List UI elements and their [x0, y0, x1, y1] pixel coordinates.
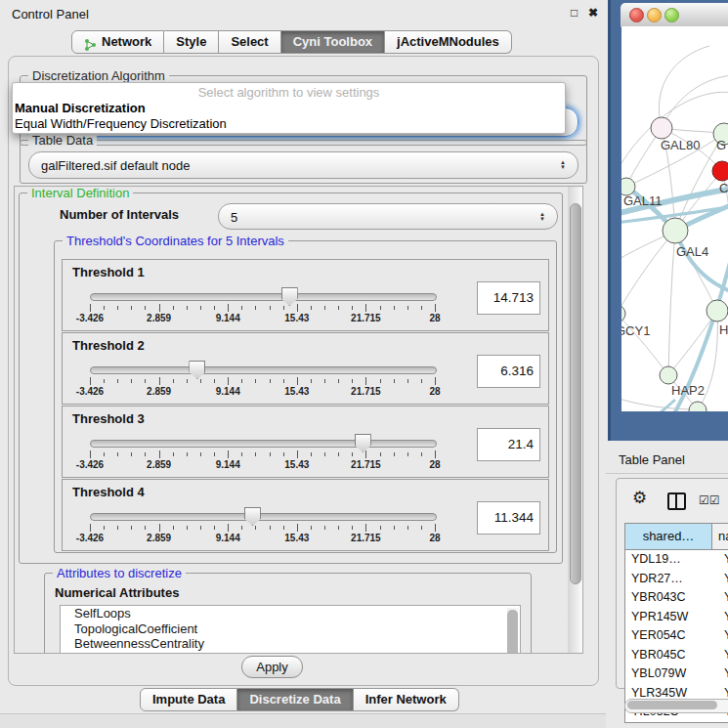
cell-name[interactable]: YPR1 — [718, 608, 728, 627]
node-label: G — [716, 138, 726, 152]
group-title: Interval Definition — [27, 186, 133, 200]
tick-label: -3.426 — [76, 533, 104, 543]
slider-track[interactable] — [90, 366, 437, 374]
tab-label: jActiveMNodules — [397, 31, 499, 53]
tab-jactivemnodules[interactable]: jActiveMNodules — [385, 30, 512, 54]
tick-label: 21.715 — [351, 313, 381, 323]
tick-label: 21.715 — [351, 533, 381, 543]
threshold-3-slider[interactable]: -3.4262.8599.14415.4321.71528 — [90, 438, 435, 473]
network-window-titlebar[interactable] — [621, 3, 728, 27]
cell-name[interactable]: YER0 — [718, 626, 728, 646]
threshold-4-slider[interactable]: -3.4262.8599.14415.4321.71528 — [90, 511, 435, 546]
attribute-list-item[interactable]: BetweennessCentrality — [61, 636, 520, 652]
cell-shared-name[interactable]: YBR045C — [625, 646, 718, 665]
slider-ticks — [90, 450, 435, 459]
group-title: Attributes to discretize — [53, 566, 186, 580]
minimize-traffic-light-icon[interactable] — [647, 8, 662, 22]
algorithm-dropdown-popup: Select algorithm to view settings Manual… — [12, 82, 566, 134]
popup-item-manual-discretization[interactable]: Manual Discretization — [13, 101, 565, 116]
list-items: SelfLoopsTopologicalCoefficientBetweenne… — [61, 606, 520, 652]
slider-ticks — [90, 376, 435, 386]
cell-name[interactable]: YBR0 — [718, 646, 728, 665]
close-traffic-light-icon[interactable] — [629, 8, 644, 22]
popup-item-equal-width-frequency[interactable]: Equal Width/Frequency Discretization — [13, 116, 565, 132]
table-panel-inner: ⚙ ☑☑ shared… na YDL19…YDL1YDR27…YDR2YBR0… — [616, 478, 728, 689]
network-icon — [84, 36, 97, 49]
checkbox-icons[interactable]: ☑☑ — [699, 493, 720, 507]
network-node-gcy1[interactable] — [621, 305, 625, 322]
cell-shared-name[interactable]: YER054C — [625, 626, 718, 646]
table-horizontal-scrollbar[interactable] — [624, 699, 728, 713]
cell-shared-name[interactable]: YBL079W — [625, 664, 718, 684]
slider-track[interactable] — [90, 513, 437, 521]
node-label: GAL80 — [661, 138, 700, 152]
cell-shared-name[interactable]: YDL19… — [625, 550, 718, 570]
scrollbar-thumb[interactable] — [507, 610, 518, 654]
column-header-shared-name[interactable]: shared… — [625, 524, 712, 549]
apply-button[interactable]: Apply — [241, 656, 303, 678]
table-row[interactable]: YBL079WYBL0 — [625, 664, 728, 684]
cell-name[interactable]: YDL1 — [718, 550, 728, 570]
float-window-icon[interactable]: □ — [571, 6, 578, 20]
table-row[interactable]: YER054CYER0 — [625, 626, 728, 646]
tab-network[interactable]: Network — [71, 30, 164, 54]
table-row[interactable]: YBR045CYBR0 — [625, 646, 728, 665]
table-panel-title: Table Panel — [619, 452, 685, 467]
network-view-window[interactable]: GAL80GCGAL11GAL4GCY1HHAP2 — [608, 0, 728, 441]
cell-shared-name[interactable]: YDR27… — [625, 570, 718, 589]
cell-name[interactable]: YBR0 — [718, 588, 728, 608]
table-data-group: Table Data galFiltered.sif default node … — [20, 140, 587, 184]
tab-impute-data[interactable]: Impute Data — [140, 688, 237, 711]
network-node-hap2[interactable] — [660, 366, 677, 384]
network-node-c[interactable] — [712, 161, 728, 181]
cell-name[interactable]: YDR2 — [718, 570, 728, 589]
threshold-value-field[interactable]: 6.316 — [477, 355, 540, 388]
tick-label: 28 — [429, 386, 440, 397]
attributes-list-scrollbar[interactable] — [507, 608, 518, 654]
column-header-name[interactable]: na — [712, 524, 728, 549]
network-node-gal4[interactable] — [663, 218, 688, 243]
tab-style[interactable]: Style — [164, 30, 219, 54]
threshold-value-field[interactable]: 11.344 — [477, 501, 540, 535]
cell-shared-name[interactable]: YPR145W — [625, 608, 718, 627]
network-canvas[interactable]: GAL80GCGAL11GAL4GCY1HHAP2 — [621, 26, 728, 411]
tick-label: 21.715 — [351, 386, 381, 397]
cell-name[interactable]: YBL0 — [718, 664, 728, 684]
scrollbar-thumb[interactable] — [627, 701, 717, 709]
attribute-list-item[interactable]: TopologicalCoefficient — [61, 621, 520, 637]
threshold-value-field[interactable]: 14.713 — [477, 281, 540, 315]
threshold-value-field[interactable]: 21.4 — [477, 428, 540, 461]
numerical-attributes-list: SelfLoopsTopologicalCoefficientBetweenne… — [60, 605, 521, 654]
number-of-intervals-combobox[interactable]: 5 ▲▼ — [218, 203, 558, 230]
table-row[interactable]: YBR043CYBR0 — [625, 588, 728, 608]
table-data-combobox[interactable]: galFiltered.sif default node ▲▼ — [28, 151, 578, 179]
settings-vertical-scrollbar[interactable] — [568, 186, 583, 654]
combo-stepper-icon: ▲▼ — [539, 212, 545, 222]
tick-label: 9.144 — [216, 313, 240, 323]
table-row[interactable]: YDL19…YDL1 — [625, 550, 728, 570]
tab-select[interactable]: Select — [219, 30, 280, 54]
table-row[interactable]: YDR27…YDR2 — [625, 570, 728, 589]
threshold-1-box: Threshold 1 -3.4262.8599.14415.4321.7152… — [62, 259, 549, 331]
zoom-traffic-light-icon[interactable] — [664, 8, 679, 22]
table-row[interactable]: YPR145WYPR1 — [625, 608, 728, 627]
tab-discretize-data[interactable]: Discretize Data — [237, 688, 353, 711]
threshold-1-slider[interactable]: -3.4262.8599.14415.4321.71528 — [90, 291, 435, 326]
tick-label: 2.859 — [147, 386, 171, 397]
attribute-list-item[interactable]: SelfLoops — [61, 606, 520, 621]
scrollbar-thumb[interactable] — [570, 203, 581, 584]
tab-infer-network[interactable]: Infer Network — [354, 688, 459, 711]
network-node-gal80[interactable] — [651, 117, 672, 139]
slider-track[interactable] — [90, 293, 437, 301]
tick-label: -3.426 — [76, 386, 104, 397]
slider-track[interactable] — [90, 440, 437, 448]
tab-cyni-toolbox[interactable]: Cyni Toolbox — [281, 30, 385, 54]
network-node-h[interactable] — [707, 300, 728, 321]
node-label: HAP2 — [671, 383, 705, 398]
threshold-2-slider[interactable]: -3.4262.8599.14415.4321.71528 — [90, 364, 435, 400]
cell-shared-name[interactable]: YBR043C — [625, 588, 718, 608]
close-panel-icon[interactable]: ✖ — [588, 6, 598, 20]
network-node[interactable] — [689, 402, 707, 411]
gear-icon[interactable]: ⚙ — [632, 488, 647, 508]
split-columns-icon[interactable] — [667, 492, 686, 510]
